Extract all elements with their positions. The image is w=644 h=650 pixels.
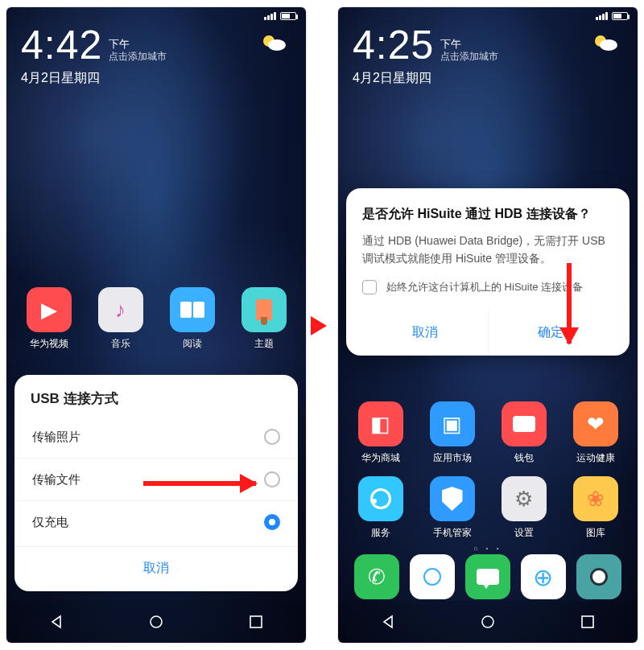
app-health[interactable]: ❤运动健康 [572,401,620,465]
flow-arrow-icon [311,316,327,332]
nav-home-button[interactable] [479,613,497,631]
app-huawei-video[interactable]: ▶ 华为视频 [25,287,73,351]
phone-left: 4:42 下午 点击添加城市 4月2日星期四 ▶ 华为视频 ♪ 音乐 阅读 主题 [6,7,306,643]
dock-messages[interactable] [464,554,512,599]
dock-contacts[interactable] [408,554,456,599]
dock-browser[interactable]: ⊕ [519,554,568,599]
time-text: 4:25 [353,22,434,68]
svg-point-1 [268,39,286,51]
svg-rect-7 [582,616,593,627]
date-text: 4月2日星期四 [6,70,306,87]
usb-connection-sheet: USB 连接方式 传输照片 传输文件 仅充电 取消 [14,375,298,591]
option-charge-only[interactable]: 仅充电 [14,500,298,543]
phone-right: 4:25 下午 点击添加城市 4月2日星期四 是否允许 HiSuite 通过 H… [338,7,638,643]
nav-recent-button[interactable] [579,613,597,631]
weather-icon[interactable] [589,31,620,57]
app-services[interactable]: 服务 [357,476,405,540]
checkbox-label: 始终允许这台计算机上的 HiSuite 连接设备 [386,280,583,294]
city-hint: 点击添加城市 [109,51,167,64]
radio-icon [264,471,280,488]
app-vmall[interactable]: ◧华为商城 [357,401,405,465]
app-appgallery[interactable]: ▣应用市场 [428,401,477,465]
ampm-text: 下午 [440,38,498,51]
dock-camera[interactable] [575,554,623,599]
sheet-title: USB 连接方式 [14,389,298,416]
music-icon: ♪ [115,298,126,323]
nav-home-button[interactable] [147,613,165,631]
brush-icon [256,299,272,320]
time-text: 4:42 [21,22,102,68]
ampm-text: 下午 [109,38,167,51]
play-icon: ▶ [41,298,57,323]
page-indicator: ⌂ • • [338,545,638,552]
app-reader[interactable]: 阅读 [168,287,217,351]
dialog-title: 是否允许 HiSuite 通过 HDB 连接设备？ [362,206,613,223]
app-wallet[interactable]: 钱包 [500,401,548,465]
dialog-body: 通过 HDB (Huawei Data Bridge)，无需打开 USB 调试模… [362,232,613,267]
svg-point-5 [600,39,617,51]
svg-point-2 [151,616,162,627]
app-gallery[interactable]: ❀图库 [572,476,620,540]
app-settings[interactable]: ⚙设置 [500,476,548,540]
weather-icon[interactable] [258,31,288,57]
option-transfer-photos[interactable]: 传输照片 [14,416,298,458]
nav-bar [338,601,638,643]
dialog-cancel-button[interactable]: 取消 [362,311,489,356]
gear-icon: ⚙ [514,487,533,512]
dialog-actions: 取消 确定 [362,311,613,356]
app-row: ◧华为商城 ▣应用市场 钱包 ❤运动健康 [338,401,638,465]
nav-back-button[interactable] [47,613,65,631]
city-hint: 点击添加城市 [440,51,498,64]
hdb-permission-dialog: 是否允许 HiSuite 通过 HDB 连接设备？ 通过 HDB (Huawei… [346,188,630,356]
always-allow-checkbox-row[interactable]: 始终允许这台计算机上的 HiSuite 连接设备 [362,280,613,294]
app-music[interactable]: ♪ 音乐 [97,287,145,351]
app-phone-manager[interactable]: 手机管家 [428,476,477,540]
app-row: 服务 手机管家 ⚙设置 ❀图库 [338,476,638,540]
option-transfer-files[interactable]: 传输文件 [14,458,298,500]
book-icon [180,302,204,318]
date-text: 4月2日星期四 [338,70,638,87]
nav-back-button[interactable] [379,613,397,631]
app-row: ▶ 华为视频 ♪ 音乐 阅读 主题 [6,287,306,351]
dock: ✆ ⊕ [338,554,638,599]
dialog-confirm-button[interactable]: 确定 [489,311,614,356]
svg-rect-3 [250,616,262,627]
shield-icon [442,487,463,511]
svg-point-6 [482,616,493,627]
nav-bar [6,601,306,643]
app-themes[interactable]: 主题 [240,287,288,351]
radio-icon [264,429,280,445]
nav-recent-button[interactable] [247,613,265,631]
dock-phone[interactable]: ✆ [353,554,401,599]
radio-selected-icon [264,514,280,530]
checkbox-icon [362,280,377,294]
sheet-cancel-button[interactable]: 取消 [14,546,298,591]
